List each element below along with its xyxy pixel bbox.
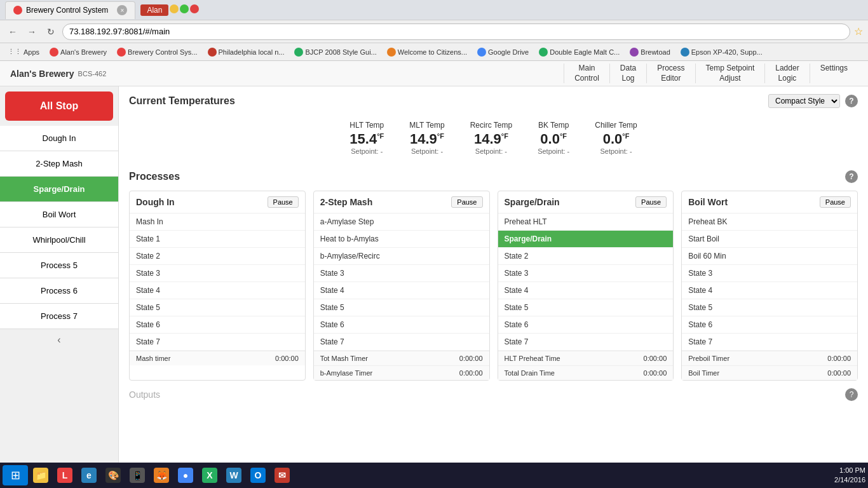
nav-data-log[interactable]: DataLog [609, 64, 646, 83]
bookmark-epson[interactable]: Epson XP-420, Supp... [678, 46, 765, 58]
window-controls: Alan − □ × [140, 4, 199, 16]
process-step-start-boil[interactable]: Start Boil [682, 231, 857, 248]
sparge-pause-button[interactable]: Pause [635, 196, 667, 208]
boil-preboil-timer: Preboil Timer 0:00:00 [682, 351, 857, 365]
process-step-dough-state3[interactable]: State 3 [130, 265, 305, 282]
sidebar-item-process6[interactable]: Process 6 [0, 278, 118, 304]
process-step-sparge-state5[interactable]: State 5 [498, 299, 674, 316]
taskbar-ie[interactable]: e [78, 464, 100, 487]
process-step-boil-state7[interactable]: State 7 [682, 334, 857, 351]
firefox-icon: 🦊 [154, 468, 169, 483]
address-bar[interactable] [62, 24, 850, 40]
taskbar-firefox[interactable]: 🦊 [150, 464, 173, 487]
bookmark-apps[interactable]: ⋮⋮ Apps [5, 46, 42, 57]
process-step-preheat-bk[interactable]: Preheat BK [682, 214, 857, 231]
taskbar-date-value: 2/14/2016 [834, 475, 865, 485]
user-badge: Alan [140, 4, 168, 16]
process-step-sparge-state2[interactable]: State 2 [498, 248, 674, 265]
bookmark-philadelphia[interactable]: Philadelphia local n... [205, 46, 287, 58]
maximize-button[interactable]: □ [180, 4, 189, 13]
nav-process-editor[interactable]: ProcessEditor [646, 64, 695, 83]
processes-grid: Dough In Pause Mash In State 1 State 2 S… [129, 191, 858, 381]
compact-style-select[interactable]: Compact Style [768, 94, 840, 108]
mail-icon: ✉ [275, 468, 290, 483]
taskbar-chrome[interactable]: ● [174, 464, 197, 487]
process-step-dough-state5[interactable]: State 5 [130, 299, 305, 316]
process-step-dough-state6[interactable]: State 6 [130, 316, 305, 334]
temperatures-help-icon[interactable]: ? [845, 95, 858, 107]
bookmark-citizens[interactable]: Welcome to Citizens... [384, 46, 470, 58]
nav-temp-setpoint[interactable]: Temp SetpointAdjust [695, 64, 765, 83]
process-step-2step-state4[interactable]: State 4 [314, 282, 489, 299]
sidebar-item-dough-in[interactable]: Dough In [0, 126, 118, 151]
taskbar-lenovo[interactable]: L [53, 464, 76, 487]
taskbar-app4[interactable]: 🎨 [102, 464, 125, 487]
taskbar-excel[interactable]: X [198, 464, 221, 487]
process-step-heat-b-amylas[interactable]: Heat to b-Amylas [314, 231, 489, 248]
process-step-dough-state1[interactable]: State 1 [130, 231, 305, 248]
process-step-mash-in[interactable]: Mash In [130, 214, 305, 231]
app-title: Alan's Brewery [10, 69, 74, 79]
2step-pause-button[interactable]: Pause [451, 196, 482, 208]
taskbar-outlook[interactable]: O [247, 464, 269, 487]
process-step-sparge-state3[interactable]: State 3 [498, 265, 674, 282]
sidebar-item-boil-wort[interactable]: Boil Wort [0, 202, 118, 227]
bookmark-alans-brewery[interactable]: Alan's Brewery [47, 46, 109, 58]
sidebar-item-whirlpool[interactable]: Whirlpool/Chill [0, 227, 118, 253]
outputs-help-icon[interactable]: ? [845, 388, 858, 401]
browser-tab[interactable]: Brewery Control System × [5, 1, 135, 19]
process-step-dough-state4[interactable]: State 4 [130, 282, 305, 299]
taskbar-mail[interactable]: ✉ [271, 464, 294, 487]
processes-help-icon[interactable]: ? [845, 170, 858, 183]
sparge-total-drain-value: 0:00:00 [644, 369, 667, 377]
bookmark-bjcp[interactable]: BJCP 2008 Style Gui... [292, 46, 379, 58]
bookmark-google-drive[interactable]: Google Drive [475, 46, 531, 58]
bookmark-star[interactable]: ☆ [854, 25, 863, 37]
bookmark-double-eagle[interactable]: Double Eagle Malt C... [536, 46, 622, 58]
boil-pause-button[interactable]: Pause [820, 196, 851, 208]
sidebar-item-process7[interactable]: Process 7 [0, 304, 118, 329]
process-step-preheat-hlt[interactable]: Preheat HLT [498, 214, 674, 231]
process-step-2step-state6[interactable]: State 6 [314, 316, 489, 334]
sidebar-item-process5[interactable]: Process 5 [0, 253, 118, 278]
process-step-sparge-state7[interactable]: State 7 [498, 334, 674, 351]
nav-ladder-logic[interactable]: LadderLogic [764, 64, 809, 83]
forward-button[interactable]: → [24, 24, 39, 39]
sidebar: All Stop Dough In 2-Step Mash Sparge/Dra… [0, 86, 119, 463]
taskbar-app5[interactable]: 📱 [126, 464, 149, 487]
nav-main-control[interactable]: MainControl [564, 64, 609, 83]
nav-settings[interactable]: Settings [810, 64, 858, 83]
taskbar-file-explorer[interactable]: 📁 [29, 464, 52, 487]
sidebar-item-sparge-drain[interactable]: Sparge/Drain [0, 177, 118, 202]
taskbar-word[interactable]: W [222, 464, 245, 487]
sidebar-collapse-button[interactable]: ‹ [0, 329, 118, 351]
bookmark-brewery-control[interactable]: Brewery Control Sys... [114, 46, 200, 58]
process-step-boil-60-min[interactable]: Boil 60 Min [682, 248, 857, 265]
back-button[interactable]: ← [5, 24, 20, 39]
minimize-button[interactable]: − [170, 4, 179, 13]
bookmark-brewtoad[interactable]: Brewtoad [627, 46, 672, 58]
tab-close-button[interactable]: × [117, 5, 127, 15]
process-step-dough-state7[interactable]: State 7 [130, 334, 305, 351]
reload-button[interactable]: ↻ [43, 24, 58, 39]
process-step-sparge-drain-active[interactable]: Sparge/Drain [498, 231, 674, 248]
process-step-2step-state5[interactable]: State 5 [314, 299, 489, 316]
process-step-2step-state7[interactable]: State 7 [314, 334, 489, 351]
all-stop-button[interactable]: All Stop [5, 92, 113, 121]
process-step-boil-state4[interactable]: State 4 [682, 282, 857, 299]
sidebar-item-2step-mash[interactable]: 2-Step Mash [0, 151, 118, 177]
process-step-boil-state6[interactable]: State 6 [682, 316, 857, 334]
process-card-boil-header: Boil Wort Pause [682, 191, 857, 214]
process-step-b-amylase-recirc[interactable]: b-Amylase/Recirc [314, 248, 489, 265]
process-step-sparge-state4[interactable]: State 4 [498, 282, 674, 299]
start-button[interactable]: ⊞ [3, 465, 28, 485]
process-step-boil-state5[interactable]: State 5 [682, 299, 857, 316]
process-step-dough-state2[interactable]: State 2 [130, 248, 305, 265]
process-step-a-amylase[interactable]: a-Amylase Step [314, 214, 489, 231]
process-step-boil-state3[interactable]: State 3 [682, 265, 857, 282]
process-step-sparge-state6[interactable]: State 6 [498, 316, 674, 334]
close-button[interactable]: × [190, 4, 199, 13]
browser-titlebar: Brewery Control System × Alan − □ × [0, 0, 868, 20]
process-step-2step-state3[interactable]: State 3 [314, 265, 489, 282]
dough-in-pause-button[interactable]: Pause [268, 196, 299, 208]
